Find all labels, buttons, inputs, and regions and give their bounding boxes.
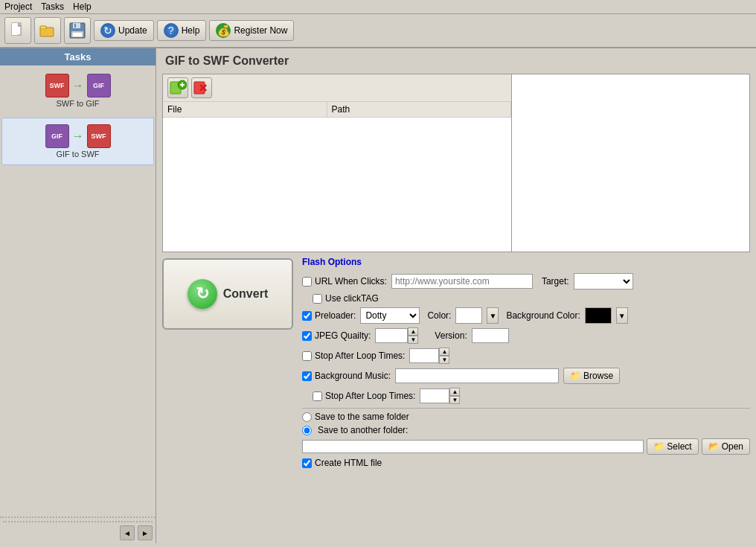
preloader-label: Preloader: [315,310,356,321]
convert-button[interactable]: ↻ Convert [162,258,293,330]
url-input[interactable] [391,274,533,289]
version-input[interactable]: 8 [472,328,509,343]
open-button[interactable] [34,17,61,44]
bg-music-label: Background Music: [315,371,391,381]
another-folder-label[interactable]: Save to another folder: [318,425,408,435]
browse-button[interactable]: 📁 Browse [563,368,620,384]
jpeg-quality-input[interactable]: 100 [375,328,408,343]
stop-loop2-checkbox[interactable] [313,391,322,401]
sidebar-item-label: SWF to GIF [56,99,99,108]
sidebar-title: Tasks [0,48,156,65]
stop-loop2-label: Stop After Loop Times: [325,391,415,401]
jpeg-checkbox-label[interactable]: JPEG Quailty: [302,330,371,341]
bg-color-dropdown-btn[interactable]: ▼ [616,307,628,324]
color-picker[interactable] [455,307,482,324]
stop-loop2-inc-btn[interactable]: ▲ [449,388,460,396]
same-folder-label[interactable]: Save to the same folder [315,412,409,422]
jpeg-dec-btn[interactable]: ▼ [408,336,418,344]
svg-rect-2 [12,23,18,35]
sidebar: Tasks SWF → GIF SWF to GIF GIF → SWF GIF… [0,48,156,543]
stop-loop-spinbox: 1 ▲ ▼ [409,348,449,364]
stop-loop-input[interactable]: 1 [409,348,439,363]
jpeg-label: JPEG Quailty: [315,330,371,341]
another-folder-radio[interactable] [302,426,312,435]
stop-loop-label: Stop After Loop Times: [315,351,405,361]
bg-music-input[interactable] [395,368,559,383]
bg-color-label: Background Color: [506,310,580,321]
stop-loop-checkbox[interactable] [302,351,312,361]
create-html-checkbox-label[interactable]: Create HTML file [302,458,382,468]
stop-loop2-spinbox-btns: ▲ ▼ [449,388,460,404]
sidebar-expand-btn[interactable]: ◄ [120,525,135,540]
select-button[interactable]: 📁 Select [647,438,698,455]
target-label: Target: [542,276,569,287]
remove-file-button[interactable] [191,77,212,98]
register-button[interactable]: 💰 Register Now [209,20,294,41]
folder-path-input[interactable]: t:\Application Data\Aleo Software\SWF GI… [302,440,644,453]
jpeg-inc-btn[interactable]: ▲ [408,327,418,336]
jpeg-spinbox-btns: ▲ ▼ [408,327,418,344]
preloader-select[interactable]: Dotty None Circle Bar [360,307,420,324]
menu-help[interactable]: Help [73,1,92,12]
update-button[interactable]: ↻ Update [94,20,154,41]
stop-loop2-row: Stop After Loop Times: 1 ▲ ▼ [313,388,750,404]
add-file-button[interactable] [167,77,188,98]
menu-project[interactable]: Project [4,1,32,12]
separator [302,408,750,409]
sidebar-collapse-btn[interactable]: ► [138,525,153,540]
stop-loop2-input[interactable]: 1 [420,388,449,403]
help-button[interactable]: ? Help [157,20,207,41]
convert-label: Convert [223,287,268,301]
page-title: GIF to SWF Converter [156,48,756,74]
bg-music-checkbox-label[interactable]: Background Music: [302,371,391,381]
svg-rect-5 [41,29,53,36]
browse-icon: 📁 [570,371,581,381]
create-html-label: Create HTML file [315,458,382,468]
file-list-container: File Path [162,74,512,252]
stop-loop2-spinbox: 1 ▲ ▼ [420,388,460,404]
sidebar-item-label-2: GIF to SWF [56,150,99,159]
new-button[interactable] [4,17,31,44]
jpeg-checkbox[interactable] [302,331,312,341]
bg-color-picker[interactable] [585,307,612,324]
convert-panel: ↻ Convert [162,255,296,472]
update-label: Update [118,25,147,36]
target-select[interactable] [574,273,633,290]
url-checkbox-label[interactable]: URL When Clicks: [302,276,387,287]
register-label: Register Now [234,25,287,36]
preloader-checkbox[interactable] [302,311,312,321]
stop-loop-dec-btn[interactable]: ▼ [439,356,449,364]
sidebar-item-gif-to-swf[interactable]: GIF → SWF GIF to SWF [1,118,154,165]
open-label: Open [722,441,743,452]
task-icon-row-2: GIF → SWF [45,124,111,148]
open-icon: 📂 [708,441,720,452]
stop-loop-checkbox-label[interactable]: Stop After Loop Times: [302,351,405,361]
color-dropdown-btn[interactable]: ▼ [487,307,499,324]
clicktag-checkbox[interactable] [313,294,322,304]
create-html-row: Create HTML file [302,458,750,468]
clicktag-checkbox-label[interactable]: Use clickTAG [313,293,379,304]
menu-tasks[interactable]: Tasks [41,1,64,12]
create-html-checkbox[interactable] [302,458,312,468]
save-button[interactable] [64,17,91,44]
gif2-icon: GIF [45,124,69,148]
sidebar-item-swf-to-gif[interactable]: SWF → GIF SWF to GIF [1,67,154,115]
another-folder-row: Save to another folder: [302,425,750,435]
stop-loop-inc-btn[interactable]: ▲ [439,348,449,356]
svg-rect-14 [182,83,183,87]
svg-rect-7 [73,23,80,28]
swf2-icon: SWF [87,124,111,148]
bg-music-checkbox[interactable] [302,371,312,381]
stop-loop2-checkbox-label[interactable]: Stop After Loop Times: [313,391,415,401]
help-icon: ? [164,23,179,38]
folder-path-row: t:\Application Data\Aleo Software\SWF GI… [302,438,750,455]
same-folder-radio[interactable] [302,412,312,422]
file-toolbar [163,74,511,102]
preloader-checkbox-label[interactable]: Preloader: [302,310,356,321]
url-row: URL When Clicks: Target: [302,273,750,290]
stop-loop-spinbox-btns: ▲ ▼ [439,348,449,364]
url-checkbox[interactable] [302,277,312,287]
open-button[interactable]: 📂 Open [702,438,750,455]
stop-loop2-dec-btn[interactable]: ▼ [449,396,460,404]
gif-icon: GIF [87,74,111,97]
